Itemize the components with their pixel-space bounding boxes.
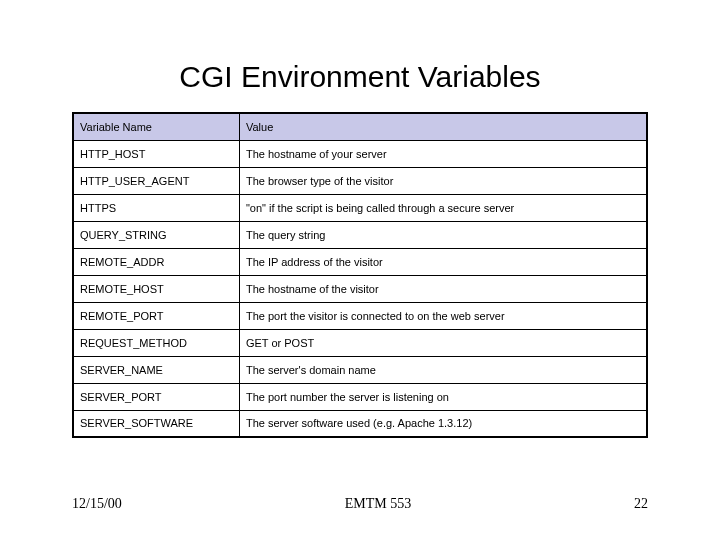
cell-var-name: HTTP_USER_AGENT [73, 167, 239, 194]
cell-var-value: The port the visitor is connected to on … [239, 302, 647, 329]
table-row: REMOTE_ADDR The IP address of the visito… [73, 248, 647, 275]
cell-var-name: HTTP_HOST [73, 140, 239, 167]
cell-var-value: The browser type of the visitor [239, 167, 647, 194]
cell-var-name: REQUEST_METHOD [73, 329, 239, 356]
slide: CGI Environment Variables Variable Name … [0, 0, 720, 540]
header-value: Value [239, 113, 647, 140]
cell-var-value: The hostname of the visitor [239, 275, 647, 302]
table-row: SERVER_SOFTWARE The server software used… [73, 410, 647, 437]
table-row: HTTPS "on" if the script is being called… [73, 194, 647, 221]
table-row: SERVER_NAME The server's domain name [73, 356, 647, 383]
footer-page-number: 22 [634, 496, 648, 512]
slide-title: CGI Environment Variables [72, 60, 648, 94]
cell-var-value: The port number the server is listening … [239, 383, 647, 410]
cell-var-value: GET or POST [239, 329, 647, 356]
table-row: QUERY_STRING The query string [73, 221, 647, 248]
cell-var-value: The server software used (e.g. Apache 1.… [239, 410, 647, 437]
cell-var-name: QUERY_STRING [73, 221, 239, 248]
table-row: REMOTE_HOST The hostname of the visitor [73, 275, 647, 302]
cell-var-name: REMOTE_ADDR [73, 248, 239, 275]
table-row: HTTP_USER_AGENT The browser type of the … [73, 167, 647, 194]
table-header-row: Variable Name Value [73, 113, 647, 140]
cell-var-name: SERVER_SOFTWARE [73, 410, 239, 437]
cell-var-value: The query string [239, 221, 647, 248]
cell-var-name: REMOTE_PORT [73, 302, 239, 329]
table-row: REQUEST_METHOD GET or POST [73, 329, 647, 356]
cell-var-name: SERVER_NAME [73, 356, 239, 383]
cell-var-value: "on" if the script is being called throu… [239, 194, 647, 221]
cell-var-value: The server's domain name [239, 356, 647, 383]
table-row: HTTP_HOST The hostname of your server [73, 140, 647, 167]
cell-var-name: REMOTE_HOST [73, 275, 239, 302]
cell-var-value: The hostname of your server [239, 140, 647, 167]
slide-footer: 12/15/00 22 EMTM 553 [72, 496, 648, 512]
cell-var-value: The IP address of the visitor [239, 248, 647, 275]
footer-course: EMTM 553 [72, 496, 648, 512]
variables-table: Variable Name Value HTTP_HOST The hostna… [72, 112, 648, 438]
cell-var-name: SERVER_PORT [73, 383, 239, 410]
table-row: REMOTE_PORT The port the visitor is conn… [73, 302, 647, 329]
cell-var-name: HTTPS [73, 194, 239, 221]
footer-date: 12/15/00 [72, 496, 122, 512]
header-variable-name: Variable Name [73, 113, 239, 140]
table-row: SERVER_PORT The port number the server i… [73, 383, 647, 410]
